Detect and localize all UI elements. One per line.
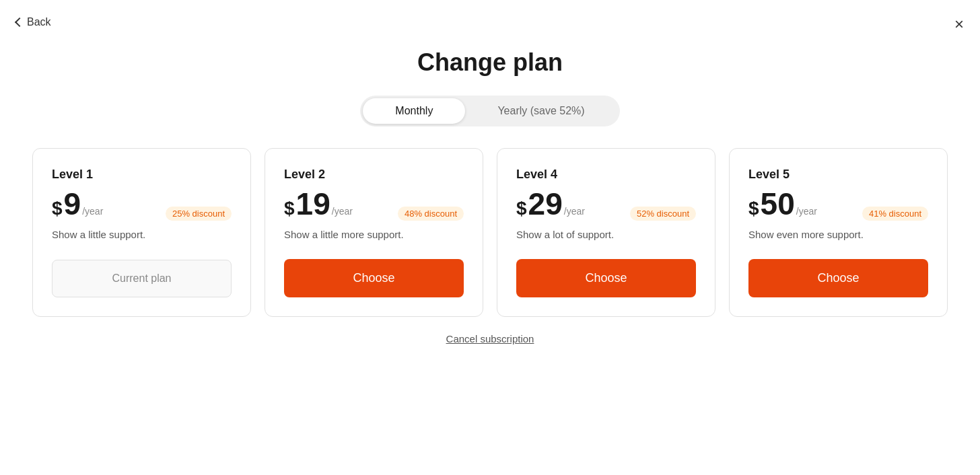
plan-level-level4: Level 4	[516, 168, 696, 182]
discount-badge-level5: 41% discount	[862, 207, 928, 221]
price-period-level4: /year	[564, 206, 585, 217]
plan-description-level4: Show a lot of support.	[516, 229, 696, 240]
price-dollar-level5: $	[748, 198, 759, 219]
price-number-level1: 9	[64, 188, 81, 219]
plan-price-row-level1: $ 9 /year 25% discount	[52, 188, 232, 221]
plan-card-level4: Level 4 $ 29 /year 52% discount Show a l…	[497, 148, 715, 317]
choose-button-level5[interactable]: Choose	[748, 259, 928, 297]
price-number-level5: 50	[761, 188, 795, 219]
plan-description-level2: Show a little more support.	[284, 229, 464, 240]
price-period-level2: /year	[332, 206, 353, 217]
discount-badge-level1: 25% discount	[166, 207, 232, 221]
plan-description-level5: Show even more support.	[748, 229, 928, 240]
back-label: Back	[27, 16, 51, 28]
plans-container: Level 1 $ 9 /year 25% discount Show a li…	[0, 148, 980, 317]
discount-badge-level4: 52% discount	[630, 207, 696, 221]
close-icon: ×	[954, 15, 964, 33]
plan-card-level2: Level 2 $ 19 /year 48% discount Show a l…	[265, 148, 483, 317]
billing-toggle: Monthly Yearly (save 52%)	[0, 96, 980, 126]
plan-price-level2: $ 19 /year	[284, 188, 353, 221]
price-period-level1: /year	[82, 206, 103, 217]
choose-button-level4[interactable]: Choose	[516, 259, 696, 297]
price-dollar-level1: $	[52, 198, 63, 219]
plan-card-level5: Level 5 $ 50 /year 41% discount Show eve…	[729, 148, 948, 317]
plan-card-level1: Level 1 $ 9 /year 25% discount Show a li…	[32, 148, 251, 317]
price-period-level5: /year	[796, 206, 817, 217]
current-plan-button: Current plan	[52, 260, 232, 297]
price-dollar-level2: $	[284, 198, 295, 219]
close-button[interactable]: ×	[954, 16, 964, 32]
plan-price-level1: $ 9 /year	[52, 188, 103, 221]
monthly-toggle[interactable]: Monthly	[363, 98, 465, 124]
chevron-left-icon	[15, 17, 24, 27]
plan-level-level2: Level 2	[284, 168, 464, 182]
price-dollar-level4: $	[516, 198, 527, 219]
plan-price-level5: $ 50 /year	[748, 188, 817, 221]
plan-price-level4: $ 29 /year	[516, 188, 585, 221]
plan-price-row-level5: $ 50 /year 41% discount	[748, 188, 928, 221]
plan-price-row-level4: $ 29 /year 52% discount	[516, 188, 696, 221]
discount-badge-level2: 48% discount	[398, 207, 464, 221]
choose-button-level2[interactable]: Choose	[284, 259, 464, 297]
price-number-level2: 19	[296, 188, 330, 219]
back-button[interactable]: Back	[16, 16, 51, 28]
plan-description-level1: Show a little support.	[52, 229, 232, 241]
cancel-subscription-link[interactable]: Cancel subscription	[446, 333, 534, 344]
plan-level-level5: Level 5	[748, 168, 928, 182]
price-number-level4: 29	[528, 188, 563, 219]
toggle-wrapper: Monthly Yearly (save 52%)	[360, 96, 619, 126]
yearly-toggle[interactable]: Yearly (save 52%)	[465, 98, 617, 124]
plan-level-level1: Level 1	[52, 168, 232, 182]
plan-price-row-level2: $ 19 /year 48% discount	[284, 188, 464, 221]
cancel-link-container: Cancel subscription	[0, 333, 980, 345]
page-title: Change plan	[0, 48, 980, 77]
